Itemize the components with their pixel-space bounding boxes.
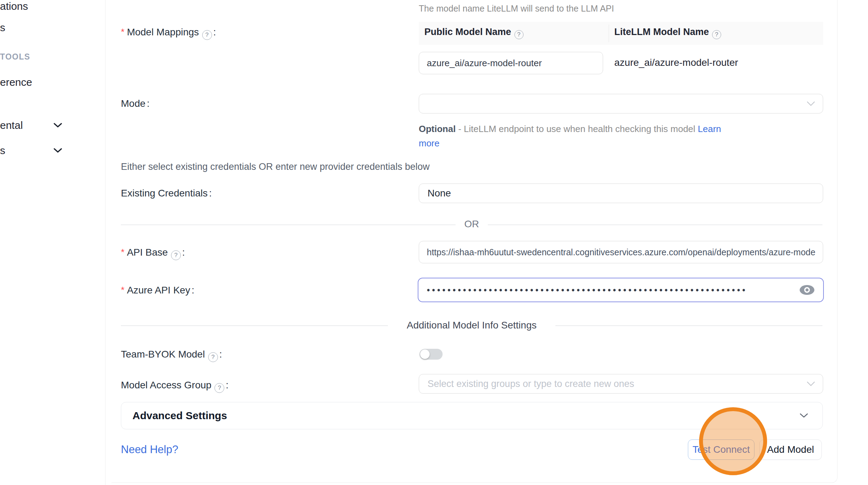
divider-line — [121, 224, 456, 225]
sidebar: ations s TOOLS erence ental s — [0, 0, 105, 485]
help-circle-icon[interactable]: ? — [202, 30, 212, 40]
required-mark: * — [121, 285, 124, 295]
sidebar-item-reference[interactable]: erence — [0, 76, 32, 89]
divider-line — [121, 325, 388, 326]
help-circle-icon[interactable]: ? — [514, 30, 524, 39]
existing-credentials-value: None — [419, 188, 823, 199]
azure-api-key-masked-value: ••••••••••••••••••••••••••••••••••••••••… — [418, 278, 799, 302]
sidebar-section-tools: TOOLS — [0, 52, 30, 61]
chevron-down-icon — [799, 413, 808, 418]
model-mappings-label: *Model Mappings?: — [121, 26, 216, 40]
divider-line — [555, 325, 822, 326]
model-access-group-placeholder: Select existing groups or type to create… — [419, 379, 807, 389]
toggle-knob — [420, 349, 430, 359]
required-mark: * — [121, 27, 124, 37]
model-access-group-label: Model Access Group?: — [121, 379, 228, 393]
mode-label: Mode: — [121, 98, 150, 110]
api-base-label: *API Base?: — [121, 246, 185, 260]
eye-icon[interactable] — [799, 285, 815, 295]
sidebar-item-settings[interactable]: s — [0, 144, 5, 157]
additional-info-divider-text: Additional Model Info Settings — [407, 320, 536, 331]
litellm-model-name-help: The model name LiteLLM will send to the … — [419, 2, 614, 15]
advanced-settings-panel[interactable]: Advanced Settings — [121, 402, 823, 429]
model-access-group-select[interactable]: Select existing groups or type to create… — [419, 374, 823, 394]
team-byok-toggle[interactable] — [419, 349, 443, 360]
sidebar-item-integrations[interactable]: ations — [0, 0, 28, 13]
existing-credentials-label: Existing Credentials: — [121, 187, 212, 199]
or-divider-text: OR — [464, 219, 479, 230]
test-connect-button[interactable]: Test Connect — [688, 439, 754, 460]
learn-more-link[interactable]: more — [419, 138, 439, 148]
api-base-input[interactable] — [419, 241, 823, 263]
chevron-down-icon — [53, 123, 62, 128]
azure-api-key-label: *Azure API Key: — [121, 284, 194, 296]
mode-help-text: Optional - LiteLLM endpoint to use when … — [419, 122, 769, 151]
help-circle-icon[interactable]: ? — [214, 383, 224, 393]
help-circle-icon[interactable]: ? — [171, 250, 181, 260]
public-model-name-header: Public Model Name? — [424, 27, 524, 39]
add-model-screen: ations s TOOLS erence ental s The model … — [0, 0, 868, 485]
add-model-button[interactable]: Add Model — [759, 439, 822, 460]
sidebar-item-experimental[interactable]: ental — [0, 119, 23, 132]
credentials-note: Either select existing credentials OR en… — [121, 161, 430, 172]
sidebar-item-models[interactable]: s — [0, 21, 5, 34]
help-circle-icon[interactable]: ? — [712, 30, 721, 39]
public-model-name-field — [419, 52, 603, 74]
azure-api-key-field[interactable]: ••••••••••••••••••••••••••••••••••••••••… — [418, 278, 824, 302]
team-byok-label: Team-BYOK Model?: — [121, 348, 222, 362]
public-model-name-input[interactable] — [419, 52, 603, 74]
column-divider — [609, 25, 609, 42]
chevron-down-icon — [807, 381, 815, 387]
need-help-link[interactable]: Need Help? — [121, 443, 178, 456]
divider-line — [488, 224, 822, 225]
help-circle-icon[interactable]: ? — [208, 352, 218, 362]
chevron-down-icon — [53, 148, 62, 153]
advanced-settings-title: Advanced Settings — [121, 410, 799, 422]
required-mark: * — [121, 247, 124, 257]
litellm-model-name-header: LiteLLM Model Name? — [614, 27, 721, 39]
chevron-down-icon — [807, 101, 815, 106]
api-base-field — [419, 241, 823, 263]
model-mappings-table-header: Public Model Name? LiteLLM Model Name? — [419, 22, 823, 45]
existing-credentials-select[interactable]: None — [419, 183, 823, 203]
learn-more-link[interactable]: Learn — [698, 124, 721, 134]
litellm-model-name-value: azure_ai/azure-model-router — [614, 57, 738, 68]
mode-select[interactable] — [419, 94, 823, 113]
